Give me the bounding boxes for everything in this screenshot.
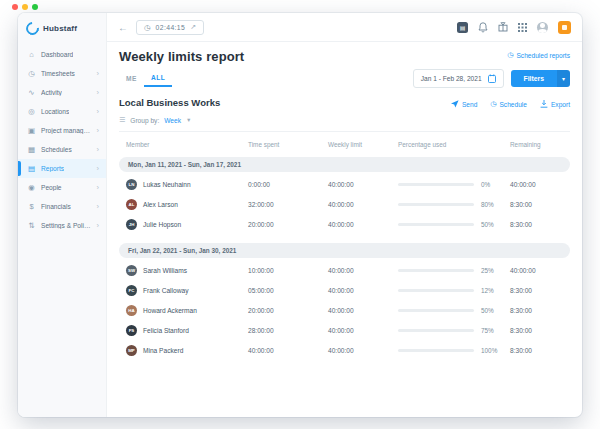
avatar: SW bbox=[126, 265, 137, 276]
open-timer-icon: ↗ bbox=[190, 23, 196, 31]
hubstaff-logo-icon bbox=[23, 19, 41, 37]
send-link[interactable]: Send bbox=[451, 100, 477, 108]
time-spent-value: 10:00:00 bbox=[248, 267, 328, 274]
traffic-close[interactable] bbox=[12, 4, 18, 10]
traffic-minimize[interactable] bbox=[22, 4, 28, 10]
progress-bar bbox=[398, 203, 474, 206]
remaining-value: 8:30:00 bbox=[510, 347, 563, 354]
collapse-sidebar-icon[interactable]: ← bbox=[118, 22, 128, 33]
timer-value: 02:44:15 bbox=[156, 24, 186, 31]
table-row[interactable]: AL Alex Larson 32:00:00 40:00:00 80% 8:3… bbox=[119, 194, 570, 214]
tab-all[interactable]: ALL bbox=[144, 70, 172, 87]
apps-grid-icon[interactable] bbox=[518, 23, 527, 32]
member-name: Lukas Neuhainn bbox=[143, 181, 191, 188]
progress-bar bbox=[398, 223, 474, 226]
progress-bar bbox=[398, 289, 474, 292]
sidebar-item-schedules[interactable]: ▦ Schedules › bbox=[18, 140, 106, 159]
table-row[interactable]: LN Lukas Neuhainn 0:00:00 40:00:00 0% 40… bbox=[119, 174, 570, 194]
sidebar-item-label: Timesheets bbox=[41, 70, 75, 77]
announcements-icon[interactable]: ▤ bbox=[457, 22, 468, 33]
remaining-value: 8:30:00 bbox=[510, 327, 563, 334]
member-cell: LN Lukas Neuhainn bbox=[126, 179, 248, 190]
col-time-spent: Time spent bbox=[248, 141, 328, 148]
sidebar-item-icon: ▦ bbox=[27, 145, 36, 154]
group-header: Fri, Jan 22, 2021 - Sun, Jan 30, 2021 bbox=[119, 243, 570, 258]
percentage-label: 50% bbox=[481, 307, 494, 314]
table-row[interactable]: JH Julie Hopson 20:00:00 40:00:00 50% 8:… bbox=[119, 214, 570, 234]
weekly-limits-table: Member Time spent Weekly limit Percentag… bbox=[119, 134, 570, 360]
sidebar-item-icon: ∿ bbox=[27, 88, 36, 97]
avatar: AL bbox=[126, 199, 137, 210]
chevron-right-icon: › bbox=[97, 165, 100, 173]
remaining-value: 40:00:00 bbox=[510, 267, 563, 274]
percentage-cell: 0% bbox=[398, 181, 510, 188]
sidebar-item-icon: ⌂ bbox=[27, 50, 36, 59]
remaining-value: 8:30:00 bbox=[510, 221, 563, 228]
member-name: Alex Larson bbox=[143, 201, 178, 208]
stopwatch-icon: ◷ bbox=[144, 23, 151, 32]
percentage-label: 12% bbox=[481, 287, 494, 294]
member-name: Julie Hopson bbox=[143, 221, 181, 228]
member-cell: FS Felicia Stanford bbox=[126, 325, 248, 336]
avatar: HA bbox=[126, 305, 137, 316]
chevron-right-icon: › bbox=[97, 184, 100, 192]
weekly-limit-value: 40:00:00 bbox=[328, 221, 398, 228]
weekly-limit-value: 40:00:00 bbox=[328, 201, 398, 208]
notifications-bell-icon[interactable] bbox=[478, 22, 488, 33]
weekly-limit-value: 40:00:00 bbox=[328, 327, 398, 334]
percentage-label: 80% bbox=[481, 201, 494, 208]
tab-me[interactable]: ME bbox=[119, 71, 144, 86]
avatar: MP bbox=[126, 345, 137, 356]
avatar: LN bbox=[126, 179, 137, 190]
percentage-cell: 100% bbox=[398, 347, 510, 354]
timer-widget[interactable]: ◷ 02:44:15 ↗ bbox=[136, 20, 204, 35]
progress-bar bbox=[398, 349, 474, 352]
page-title: Weekly limits report bbox=[119, 49, 244, 64]
remaining-value: 8:30:00 bbox=[510, 307, 563, 314]
export-label: Export bbox=[551, 101, 570, 108]
calendar-icon bbox=[488, 74, 496, 83]
sidebar-item-financials[interactable]: $ Financials › bbox=[18, 197, 106, 216]
group-header-label: Fri, Jan 22, 2021 - Sun, Jan 30, 2021 bbox=[128, 247, 236, 254]
traffic-zoom[interactable] bbox=[32, 4, 38, 10]
table-row[interactable]: FC Frank Calloway 05:00:00 40:00:00 12% … bbox=[119, 280, 570, 300]
chevron-right-icon: › bbox=[97, 222, 100, 230]
sidebar-item-reports[interactable]: ▤ Reports › bbox=[18, 159, 106, 178]
schedule-link[interactable]: ◷ Schedule bbox=[490, 100, 527, 108]
chevron-right-icon: › bbox=[97, 70, 100, 78]
percentage-cell: 12% bbox=[398, 287, 510, 294]
sidebar-item-icon: ◉ bbox=[27, 183, 36, 192]
group-by-select[interactable]: Week bbox=[164, 117, 181, 124]
organization-name: Local Business Works bbox=[119, 97, 220, 108]
sidebar-item-timesheets[interactable]: ◷ Timesheets › bbox=[18, 64, 106, 83]
avatar: JH bbox=[126, 219, 137, 230]
table-header-row: Member Time spent Weekly limit Percentag… bbox=[119, 134, 570, 155]
table-row[interactable]: SW Sarah Williams 10:00:00 40:00:00 25% … bbox=[119, 260, 570, 280]
export-link[interactable]: Export bbox=[540, 100, 570, 108]
sidebar-item-label: Settings & Policies bbox=[41, 222, 92, 229]
table-row[interactable]: HA Howard Ackerman 20:00:00 40:00:00 50%… bbox=[119, 300, 570, 320]
brand[interactable]: Hubstaff bbox=[18, 13, 106, 45]
org-avatar[interactable] bbox=[558, 21, 571, 34]
sidebar-item-people[interactable]: ◉ People › bbox=[18, 178, 106, 197]
profile-avatar[interactable] bbox=[537, 22, 548, 33]
sidebar-item-activity[interactable]: ∿ Activity › bbox=[18, 83, 106, 102]
table-row[interactable]: MP Mina Packerd 40:00:00 40:00:00 100% 8… bbox=[119, 340, 570, 360]
sidebar-item-dashboard[interactable]: ⌂ Dashboard bbox=[18, 45, 106, 64]
remaining-value: 8:30:00 bbox=[510, 287, 563, 294]
sidebar-item-label: Schedules bbox=[41, 146, 72, 153]
sidebar-item-locations[interactable]: ◎ Locations › bbox=[18, 102, 106, 121]
member-name: Mina Packerd bbox=[143, 347, 183, 354]
gift-icon[interactable] bbox=[498, 22, 508, 32]
chevron-right-icon: › bbox=[97, 108, 100, 116]
sidebar-item-project-management[interactable]: ▣ Project management › bbox=[18, 121, 106, 140]
chevron-down-icon[interactable]: ▾ bbox=[557, 70, 570, 87]
sidebar-item-label: Activity bbox=[41, 89, 62, 96]
col-weekly-limit: Weekly limit bbox=[328, 141, 398, 148]
date-range-picker[interactable]: Jan 1 - Feb 28, 2021 bbox=[413, 69, 504, 88]
group-by-icon: ☰ bbox=[119, 116, 125, 124]
table-row[interactable]: FS Felicia Stanford 28:00:00 40:00:00 75… bbox=[119, 320, 570, 340]
sidebar-item-settings-policies[interactable]: ⇅ Settings & Policies › bbox=[18, 216, 106, 235]
scheduled-reports-link[interactable]: ◷ Scheduled reports bbox=[507, 51, 570, 59]
filters-button[interactable]: Filters ▾ bbox=[511, 70, 570, 87]
